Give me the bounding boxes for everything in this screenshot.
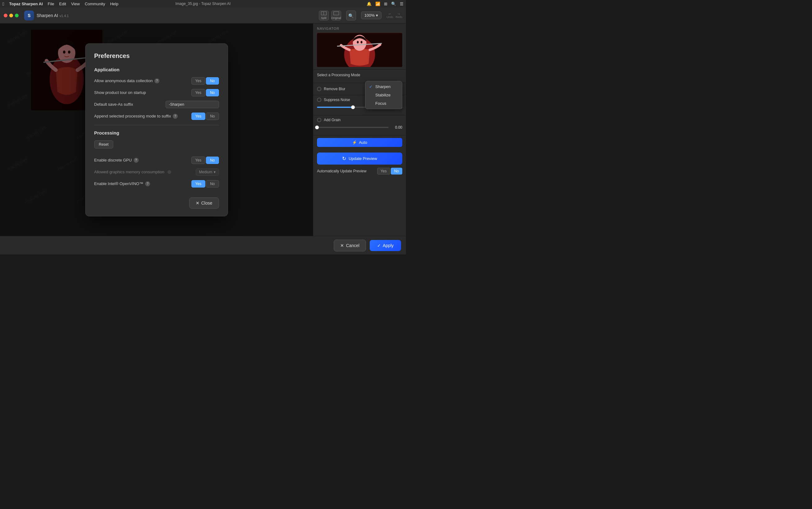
fullscreen-window-button[interactable]: [15, 14, 19, 18]
memory-label: Allowed graphics memory consumption: [94, 170, 193, 174]
apple-menu[interactable]: : [2, 1, 4, 6]
apply-button[interactable]: ✓ Apply: [370, 240, 401, 251]
split-view-button[interactable]: Split: [319, 10, 329, 21]
navigator-section: NAVIGATOR: [313, 24, 406, 70]
show-tour-yes-button[interactable]: Yes: [191, 89, 206, 96]
zoom-icon-button[interactable]: 🔍: [346, 10, 356, 21]
sharpen-check-icon: ✓: [369, 84, 373, 89]
wifi-icon: 📶: [375, 2, 380, 6]
mode-stabilize-item[interactable]: ✓ Stabilize: [365, 91, 402, 99]
suppress-noise-fill: [317, 107, 353, 108]
bottom-bar: ✕ Cancel ✓ Apply: [0, 236, 406, 254]
append-mode-label: Append selected processing mode to suffi…: [94, 114, 189, 119]
menubar:  Topaz Sharpen AI File Edit View Commun…: [0, 0, 406, 7]
titlebar-controls: Split Original 🔍 100% ▾ ↩ Undo ↪ Redo: [319, 10, 402, 21]
svg-point-11: [357, 41, 359, 43]
show-tour-no-button[interactable]: No: [206, 89, 219, 96]
close-button[interactable]: ✕ Close: [189, 198, 219, 209]
anon-data-row: Allow anonymous data collection ? Yes No: [94, 77, 219, 84]
openvino-yes-button[interactable]: Yes: [191, 180, 206, 188]
suppress-noise-thumb[interactable]: [351, 105, 355, 109]
control-center-icon: ⊞: [384, 2, 387, 6]
app-logo: S: [24, 10, 34, 21]
gpu-help-icon[interactable]: ?: [134, 158, 139, 163]
enable-gpu-row: Enable discrete GPU ? Yes No: [94, 157, 219, 164]
append-yes-no: Yes No: [191, 112, 219, 120]
titlebar: S Sharpen AI v1.4.1 Split Original 🔍 100…: [0, 7, 406, 24]
help-menu-item[interactable]: Help: [110, 2, 119, 6]
product-tour-label: Show product tour on startup: [94, 90, 189, 95]
window-title: Image_35.jpg - Topaz Sharpen AI: [175, 2, 231, 6]
anon-help-icon[interactable]: ?: [155, 78, 159, 83]
enable-gpu-no-button[interactable]: No: [206, 157, 219, 164]
enable-gpu-label: Enable discrete GPU ?: [94, 158, 189, 163]
view-menu-item[interactable]: View: [71, 2, 80, 6]
main-layout: macmj.com macmj.com macmj.com macmj.com …: [0, 24, 406, 236]
mode-focus-item[interactable]: ✓ Focus: [365, 99, 402, 108]
memory-dropdown[interactable]: Medium ▾: [196, 168, 219, 176]
processing-mode-section: Select a Processing Mode ✓ Sharpen ✓ Sta…: [313, 70, 406, 83]
canvas-area[interactable]: macmj.com macmj.com macmj.com macmj.com …: [0, 24, 313, 236]
append-help-icon[interactable]: ?: [173, 114, 178, 119]
remove-blur-radio[interactable]: [317, 87, 321, 91]
reset-button[interactable]: Reset: [94, 140, 113, 148]
cancel-button[interactable]: ✕ Cancel: [334, 240, 366, 251]
auto-update-yes-button[interactable]: Yes: [377, 168, 390, 174]
openvino-no-button[interactable]: No: [206, 180, 219, 188]
auto-update-no-button[interactable]: No: [391, 168, 402, 174]
anon-yes-button[interactable]: Yes: [191, 77, 206, 84]
default-suffix-input[interactable]: [166, 101, 219, 108]
update-preview-button[interactable]: ↻ Update Preview: [317, 152, 402, 165]
app-menu-item[interactable]: Topaz Sharpen AI: [9, 2, 42, 6]
mode-sharpen-item[interactable]: ✓ Sharpen: [365, 82, 402, 91]
menubar-right: 🔔 📶 ⊞ 🔍 ☰: [367, 2, 403, 6]
memory-row: Allowed graphics memory consumption Medi…: [94, 168, 219, 176]
anon-no-button[interactable]: No: [206, 77, 219, 84]
add-grain-thumb[interactable]: [315, 126, 319, 129]
suppress-noise-radio[interactable]: [317, 98, 321, 102]
auto-update-yes-no: Yes No: [377, 168, 402, 174]
add-grain-radio[interactable]: [317, 118, 321, 122]
default-suffix-label: Default save-As suffix: [94, 102, 163, 107]
app-name-area: Sharpen AI v1.4.1: [37, 13, 69, 18]
openvino-help-icon[interactable]: ?: [145, 181, 150, 186]
menu-icon[interactable]: ☰: [400, 2, 403, 6]
original-view-button[interactable]: Original: [331, 10, 341, 21]
add-grain-value: 0.00: [391, 125, 402, 130]
undo-button[interactable]: ↩ Undo: [386, 12, 393, 19]
zoom-control[interactable]: 100% ▾: [361, 11, 382, 19]
show-tour-yes-no: Yes No: [191, 89, 219, 96]
edit-menu-item[interactable]: Edit: [59, 2, 66, 6]
nav-thumb-image: [317, 33, 402, 67]
auto-section: ⚡ Auto: [313, 135, 406, 152]
append-mode-row: Append selected processing mode to suffi…: [94, 112, 219, 120]
minimize-window-button[interactable]: [9, 14, 13, 18]
view-buttons: Split Original: [319, 10, 341, 21]
auto-update-label: Automatically Update Preview: [317, 169, 375, 173]
processing-mode-label: Select a Processing Mode: [317, 73, 402, 77]
redo-button[interactable]: ↪ Redo: [395, 12, 402, 19]
stabilize-check-icon: ✓: [369, 93, 373, 97]
file-menu-item[interactable]: File: [48, 2, 54, 6]
processing-mode-popup: ✓ Sharpen ✓ Stabilize ✓ Focus: [365, 81, 402, 109]
close-x-icon: ✕: [196, 201, 199, 206]
preferences-dialog: Preferences Application Allow anonymous …: [85, 43, 228, 216]
search-icon[interactable]: 🔍: [391, 2, 396, 6]
navigator-title: NAVIGATOR: [317, 27, 402, 30]
add-grain-label: Add Grain: [324, 118, 402, 122]
divider-1: [94, 125, 219, 125]
auto-button[interactable]: ⚡ Auto: [317, 138, 402, 147]
community-menu-item[interactable]: Community: [85, 2, 105, 6]
application-section-header: Application: [94, 67, 219, 72]
append-yes-button[interactable]: Yes: [191, 112, 206, 120]
append-no-button[interactable]: No: [206, 112, 219, 120]
anon-yes-no: Yes No: [191, 77, 219, 84]
processing-section-header: Processing: [94, 130, 219, 135]
default-suffix-row: Default save-As suffix: [94, 101, 219, 108]
app-version: v1.4.1: [60, 14, 69, 18]
memory-dropdown-arrow: ▾: [214, 170, 216, 174]
auto-icon: ⚡: [352, 140, 357, 145]
enable-gpu-yes-button[interactable]: Yes: [191, 157, 206, 164]
nav-thumb-svg: [317, 33, 402, 67]
close-window-button[interactable]: [4, 14, 7, 18]
